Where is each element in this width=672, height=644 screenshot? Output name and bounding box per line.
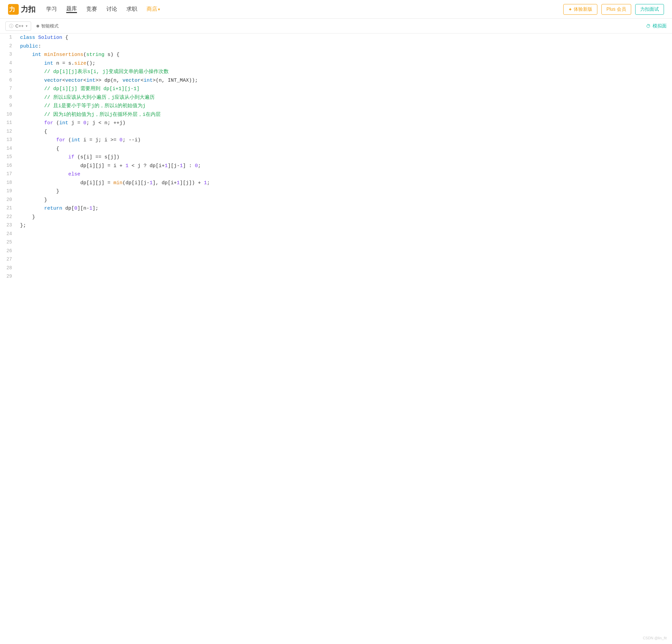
code-editor[interactable]: 1 class Solution { 2 public: 3 int minIn…: [0, 34, 672, 644]
code-line-17: 17 else: [0, 170, 672, 179]
clock-icon: ⏱: [646, 23, 651, 29]
sparkle-icon: ✦: [568, 7, 572, 12]
code-line-9: 9 // 且i是要小于等于j的，所以i的初始值为j: [0, 102, 672, 110]
watermark: CSDN @lin_fit: [643, 636, 667, 640]
code-line-12: 12 {: [0, 128, 672, 136]
code-line-13: 13 for (int i = j; i >= 0; --i): [0, 136, 672, 145]
lang-label: C++: [15, 23, 24, 28]
svg-text:力: 力: [9, 6, 15, 13]
nav-item-jobs[interactable]: 求职: [127, 6, 137, 13]
code-line-5: 5 // dp[i][j]表示s[i, j]变成回文串的最小操作次数: [0, 68, 672, 77]
smart-dot-icon: [36, 25, 39, 27]
nav-item-study[interactable]: 学习: [46, 6, 57, 13]
smart-mode-label: 智能模式: [41, 23, 59, 29]
navbar: 力 力扣 学习 题库 竞赛 讨论 求职 商店 ▾ ✦ 体验新版 Plus 会员 …: [0, 0, 672, 19]
chevron-down-icon: ▾: [26, 24, 27, 28]
code-line-25: 25: [0, 238, 672, 247]
experience-button[interactable]: ✦ 体验新版: [563, 4, 597, 15]
store-arrow-icon: ▾: [158, 7, 160, 12]
code-line-6: 6 vector<vector<int>> dp(n, vector<int>(…: [0, 77, 672, 85]
code-line-19: 19 }: [0, 187, 672, 196]
simulate-label: 模拟面: [652, 23, 667, 29]
code-line-28: 28: [0, 264, 672, 273]
code-line-14: 14 {: [0, 145, 672, 153]
code-line-26: 26: [0, 247, 672, 256]
code-table: 1 class Solution { 2 public: 3 int minIn…: [0, 34, 672, 281]
nav-right: ✦ 体验新版 Plus 会员 力扣面试: [563, 4, 664, 15]
code-line-24: 24: [0, 230, 672, 239]
nav-item-discuss[interactable]: 讨论: [106, 6, 117, 13]
logo-text: 力扣: [21, 4, 35, 14]
code-line-23: 23 };: [0, 221, 672, 230]
code-line-4: 4 int n = s.size();: [0, 59, 672, 68]
code-line-20: 20 }: [0, 196, 672, 204]
code-line-16: 16 dp[i][j] = i + 1 < j ? dp[i+1][j-1] :…: [0, 162, 672, 171]
interview-button[interactable]: 力扣面试: [635, 4, 664, 15]
code-line-3: 3 int minInsertions(string s) {: [0, 50, 672, 59]
code-line-21: 21 return dp[0][n-1];: [0, 204, 672, 213]
nav-links: 学习 题库 竞赛 讨论 求职 商店 ▾: [46, 5, 160, 13]
language-selector[interactable]: ⓘ C++ ▾: [5, 21, 31, 31]
logo-icon: 力: [8, 4, 19, 15]
toolbar: ⓘ C++ ▾ 智能模式 ⏱ 模拟面: [0, 19, 672, 34]
nav-item-contest[interactable]: 竞赛: [86, 6, 97, 13]
code-line-22: 22 }: [0, 213, 672, 222]
code-line-2: 2 public:: [0, 42, 672, 51]
code-line-11: 11 for (int j = 0; j < n; ++j): [0, 119, 672, 128]
simulate-button[interactable]: ⏱ 模拟面: [646, 23, 667, 29]
code-line-15: 15 if (s[i] == s[j]): [0, 153, 672, 162]
info-icon: ⓘ: [9, 23, 13, 29]
plus-member-button[interactable]: Plus 会员: [601, 4, 631, 15]
nav-item-store[interactable]: 商店 ▾: [147, 6, 160, 13]
logo[interactable]: 力 力扣: [8, 4, 35, 15]
code-line-7: 7 // dp[i][j] 需要用到 dp[i+1][j-1]: [0, 85, 672, 93]
smart-mode-toggle[interactable]: 智能模式: [36, 23, 59, 29]
nav-item-problems[interactable]: 题库: [66, 5, 77, 13]
code-line-27: 27: [0, 256, 672, 264]
code-line-1: 1 class Solution {: [0, 34, 672, 42]
code-line-18: 18 dp[i][j] = min(dp[i][j-1], dp[i+1][j]…: [0, 179, 672, 188]
code-line-29: 29: [0, 273, 672, 281]
code-line-8: 8 // 所以i应该从大到小遍历，j应该从小到大遍历: [0, 93, 672, 102]
code-line-10: 10 // 因为i的初始值为j，所以j在循环外层，i在内层: [0, 110, 672, 119]
